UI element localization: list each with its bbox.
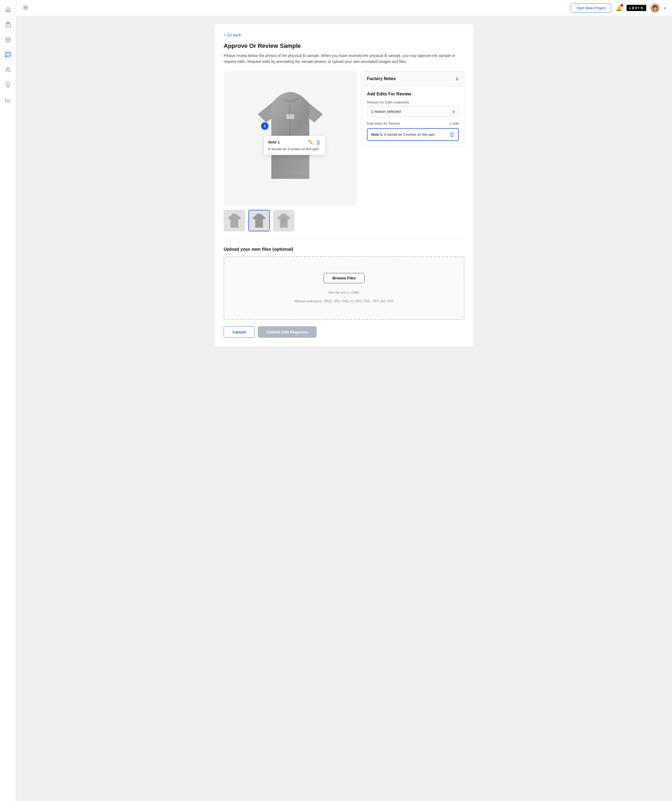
- upload-dropzone[interactable]: Browse Files Max file size is 12MB. Allo…: [224, 256, 464, 320]
- image-panel: 1 Note 1 ✏️ 🗑️ It should be 3 inches on …: [224, 71, 357, 206]
- thumbnail-strip: [224, 210, 464, 232]
- sidebar-item-box[interactable]: [4, 35, 12, 44]
- thumbnail-shirt-3: [276, 212, 292, 228]
- upload-extensions: Allowed extensions: JPEG, JPG, PNG, AI, …: [294, 299, 394, 303]
- page-description: Please review below the photos of the ph…: [224, 53, 464, 65]
- factory-notes-chevron-icon[interactable]: ∧: [455, 76, 459, 82]
- avatar-chevron-icon[interactable]: ▾: [664, 6, 666, 10]
- annotation-popup-text: It should be 3 inches on this part.: [268, 147, 321, 151]
- annotation-dot-1[interactable]: 1: [261, 122, 269, 130]
- main-content: < Go back Approve Or Review Sample Pleas…: [16, 16, 672, 801]
- notifications-bell[interactable]: 🔔: [616, 5, 622, 11]
- top-navigation: Start New Project 🔔 LEVI'S 👩 ▾: [16, 0, 672, 16]
- sidebar-item-people[interactable]: [4, 66, 12, 74]
- annotation-popup-actions: ✏️ 🗑️: [308, 140, 321, 145]
- avatar[interactable]: 👩: [651, 3, 660, 13]
- upload-max-size: Max file size is 12MB.: [329, 291, 359, 294]
- thumbnail-shirt-1: [227, 212, 242, 228]
- svg-rect-7: [286, 114, 294, 119]
- thumbnail-2[interactable]: [248, 210, 270, 232]
- go-back-link[interactable]: < Go back: [224, 33, 464, 37]
- edit-notes-header: Edit notes for Review 1 note: [367, 121, 459, 125]
- sidebar-item-home[interactable]: [4, 5, 12, 14]
- upload-title: Upload your own files (optional): [224, 247, 464, 252]
- annotation-popup: Note 1 ✏️ 🗑️ It should be 3 inches on th…: [264, 136, 326, 155]
- note-item-1: Note 1: It should be 3 inches on this pa…: [367, 128, 459, 141]
- factory-notes-panel: Factory Notes ∧ Add Edits For Review Rea…: [361, 71, 464, 147]
- edit-notes-count: 1 note: [449, 121, 459, 125]
- reason-select-chevron-icon: ∨: [452, 109, 455, 114]
- action-buttons: Cancel Submit Edit Requests: [224, 326, 464, 338]
- factory-notes-title: Factory Notes: [367, 76, 396, 81]
- sidebar-item-lightbulb[interactable]: [4, 80, 12, 89]
- brand-logo: LEVI'S: [627, 5, 646, 11]
- factory-notes-body: Add Edits For Review Reason for Edits (r…: [361, 86, 464, 146]
- section-divider: [224, 239, 464, 239]
- hamburger-menu[interactable]: [23, 5, 29, 11]
- page-title: Approve Or Review Sample: [224, 42, 464, 50]
- notification-dot: [620, 4, 623, 7]
- sidebar-item-chat[interactable]: [4, 50, 12, 59]
- cancel-button[interactable]: Cancel: [224, 326, 255, 338]
- svg-point-2: [6, 68, 8, 69]
- svg-rect-12: [282, 222, 286, 226]
- reason-select-value: 1 reason selected: [371, 109, 401, 114]
- edit-notes-label: Edit notes for Review: [367, 121, 400, 125]
- sidebar: [0, 0, 16, 801]
- reason-select-dropdown[interactable]: 1 reason selected ∨: [367, 106, 459, 117]
- submit-edit-requests-button[interactable]: Submit Edit Requests: [258, 326, 317, 338]
- annotation-delete-icon[interactable]: 🗑️: [316, 140, 321, 145]
- note-delete-icon[interactable]: 🗑️: [449, 132, 454, 137]
- thumbnail-3[interactable]: [273, 210, 295, 232]
- factory-notes-header: Factory Notes ∧: [361, 71, 464, 86]
- annotation-edit-icon[interactable]: ✏️: [308, 140, 313, 145]
- page-card: < Go back Approve Or Review Sample Pleas…: [215, 24, 473, 346]
- note-item-text: Note 1: It should be 3 inches on this pa…: [371, 132, 435, 137]
- annotation-popup-header: Note 1 ✏️ 🗑️: [268, 140, 321, 145]
- reason-label: Reason for Edits (required): [367, 100, 459, 104]
- browse-files-button[interactable]: Browse Files: [324, 273, 364, 283]
- annotation-popup-title: Note 1: [268, 140, 280, 144]
- start-project-button[interactable]: Start New Project: [570, 3, 611, 13]
- upload-section: Upload your own files (optional) Browse …: [224, 247, 464, 320]
- thumbnail-shirt-2: [251, 212, 267, 228]
- thumbnail-1[interactable]: [224, 210, 245, 232]
- note-bold: Note 1:: [371, 132, 383, 137]
- note-content: It should be 3 inches on this part.: [383, 132, 435, 137]
- add-edits-title: Add Edits For Review: [367, 92, 459, 97]
- review-layout: 1 Note 1 ✏️ 🗑️ It should be 3 inches on …: [224, 71, 464, 206]
- sidebar-item-chart[interactable]: [4, 96, 12, 104]
- sidebar-item-clipboard[interactable]: [4, 21, 12, 29]
